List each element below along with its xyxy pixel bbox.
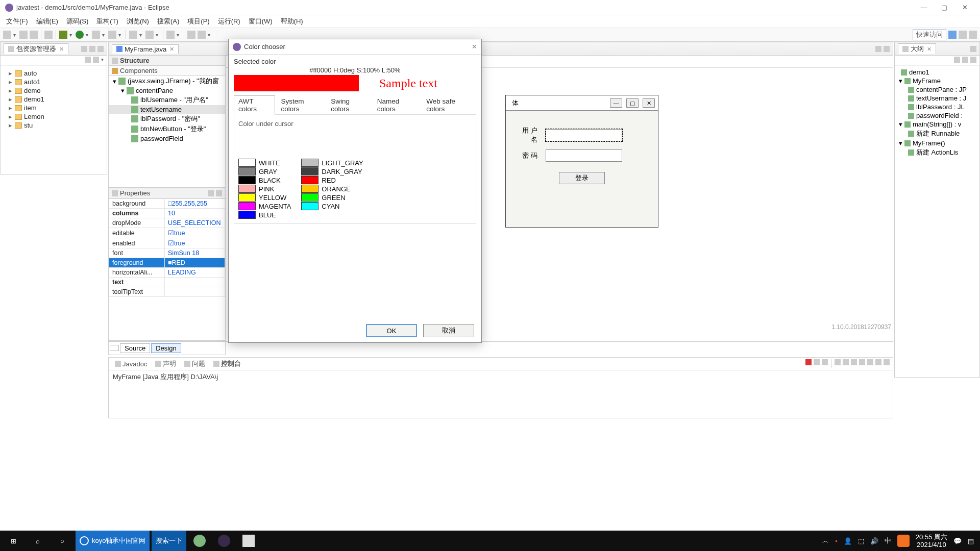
color-swatch-row[interactable]: GREEN — [301, 193, 363, 202]
outline-item[interactable]: ▾MyFrame — [896, 77, 978, 85]
cortana-icon[interactable]: ○ — [51, 531, 74, 551]
package-explorer-tab[interactable]: 包资源管理器✕ — [4, 43, 68, 54]
package-item[interactable]: ▸demo1 — [3, 95, 105, 104]
property-row[interactable]: editable☑true — [109, 228, 225, 238]
menu-item[interactable]: 重构(T) — [93, 17, 121, 26]
link-editor-icon[interactable] — [93, 57, 99, 63]
new-class-icon[interactable] — [145, 31, 154, 39]
component-row[interactable]: ▾(javax.swing.JFrame) - "我的窗 — [109, 76, 225, 86]
menu-icon[interactable] — [970, 46, 976, 52]
property-row[interactable]: toolTipText — [109, 287, 225, 297]
search-icon[interactable]: ⌕ — [27, 531, 49, 551]
package-item[interactable]: ▸Lemon — [3, 112, 105, 121]
color-swatch-row[interactable]: PINK — [238, 185, 291, 193]
remove-icon[interactable] — [814, 359, 820, 365]
color-swatch-row[interactable]: RED — [301, 176, 363, 184]
close-button[interactable]: ✕ — [643, 98, 655, 108]
java-perspective-icon[interactable] — [959, 31, 967, 39]
menu-item[interactable]: 文件(F) — [3, 17, 31, 26]
package-item[interactable]: ▸item — [3, 104, 105, 112]
property-row[interactable]: text — [109, 278, 225, 287]
scroll-lock-icon[interactable] — [843, 359, 849, 365]
chevron-icon[interactable]: ▸ — [8, 121, 13, 129]
chevron-icon[interactable]: ▸ — [8, 95, 13, 103]
taskbar-eclipse[interactable] — [213, 531, 235, 551]
maximize-icon[interactable] — [884, 359, 890, 365]
tray-notifications-icon[interactable]: 💬 — [953, 537, 962, 545]
property-row[interactable]: horizontalAli...LEADING — [109, 268, 225, 278]
menu-item[interactable]: 源码(S) — [63, 17, 91, 26]
component-row[interactable]: passwordField — [109, 134, 225, 143]
outline-item[interactable]: lblPassword : JL — [896, 103, 978, 111]
save-all-icon[interactable] — [30, 31, 38, 39]
chevron-icon[interactable]: ▾ — [899, 120, 902, 128]
property-row[interactable]: foreground■RED — [109, 258, 225, 268]
taskbar-ie[interactable]: koyo轴承中国官网 — [76, 531, 150, 551]
menu-item[interactable]: 运行(R) — [215, 17, 243, 26]
taskbar-app1[interactable] — [188, 531, 211, 551]
taskbar-java[interactable] — [237, 531, 260, 551]
design-tab[interactable]: Design — [151, 343, 181, 353]
filter-icon[interactable] — [208, 190, 214, 196]
open-console-icon[interactable] — [867, 359, 873, 365]
problems-tab[interactable]: 问题 — [181, 359, 208, 369]
color-tab[interactable]: Swing colors — [326, 95, 371, 115]
taskbar-clock[interactable]: 20:55 周六 2021/4/10 — [916, 533, 947, 548]
outline-item[interactable]: textUsername : J — [896, 94, 978, 103]
menu-item[interactable]: 窗口(W) — [246, 17, 276, 26]
back-icon[interactable] — [187, 31, 195, 39]
property-value[interactable]: LEADING — [164, 268, 225, 278]
run-icon[interactable] — [76, 31, 84, 39]
filter2-icon[interactable] — [970, 57, 976, 63]
ok-button[interactable]: OK — [366, 324, 417, 337]
minimize-button[interactable]: — — [610, 98, 622, 108]
menu-icon[interactable] — [97, 46, 104, 52]
tray-volume-icon[interactable]: 🔊 — [870, 537, 878, 545]
window-close[interactable]: ✕ — [954, 4, 975, 11]
chevron-icon[interactable]: ▾ — [899, 77, 902, 85]
color-tab[interactable]: AWT colors — [234, 95, 275, 115]
link-icon[interactable] — [89, 46, 95, 52]
tray-app-icon[interactable]: ▪ — [835, 537, 838, 545]
username-field[interactable] — [546, 129, 622, 141]
password-field[interactable] — [546, 149, 622, 162]
component-row[interactable]: textUsername — [109, 105, 225, 114]
outline-item[interactable]: 新建 Runnable — [896, 129, 978, 139]
window-minimize[interactable]: — — [914, 4, 934, 11]
javadoc-tab[interactable]: Javadoc — [112, 360, 150, 368]
cancel-button[interactable]: 取消 — [423, 324, 474, 337]
outline-item[interactable]: passwordField : — [896, 111, 978, 120]
property-value[interactable]: 10 — [164, 209, 225, 218]
filter-icon[interactable] — [962, 57, 968, 63]
outline-item[interactable]: ▾MyFrame() — [896, 139, 978, 147]
menu-item[interactable]: 搜索(A) — [154, 17, 182, 26]
dropdown-icon[interactable]: ▾ — [156, 32, 160, 38]
dropdown-icon[interactable]: ▾ — [102, 32, 106, 38]
close-icon[interactable]: ✕ — [169, 46, 174, 53]
menu-item[interactable]: 帮助(H) — [278, 17, 306, 26]
login-button[interactable]: 登录 — [559, 172, 605, 184]
component-row[interactable]: lblUsername - "用户名" — [109, 95, 225, 105]
package-item[interactable]: ▸auto — [3, 69, 105, 78]
color-swatch-row[interactable]: CYAN — [301, 202, 363, 210]
dropdown-icon[interactable]: ▾ — [177, 32, 181, 38]
property-value[interactable]: SimSun 18 — [164, 248, 225, 258]
color-swatch-row[interactable]: BLACK — [238, 176, 291, 184]
color-swatch-row[interactable]: MAGENTA — [238, 202, 291, 210]
taskbar-search[interactable]: 搜索一下 — [152, 531, 186, 551]
outline-item[interactable]: contentPane : JP — [896, 85, 978, 94]
outline-tab[interactable]: 大纲✕ — [898, 43, 936, 54]
debug-perspective-icon[interactable] — [969, 31, 977, 39]
tray-chevron-icon[interactable]: ︿ — [822, 536, 829, 545]
package-item[interactable]: ▸demo — [3, 86, 105, 95]
chevron-icon[interactable]: ▸ — [8, 87, 13, 94]
color-swatch-row[interactable]: DARK_GRAY — [301, 167, 363, 176]
color-tab[interactable]: System colors — [276, 95, 325, 115]
minimize-icon[interactable] — [875, 359, 881, 365]
editor-tab[interactable]: MyFrame.java✕ — [112, 44, 179, 54]
package-item[interactable]: ▸auto1 — [3, 78, 105, 86]
tray-sogou-icon[interactable] — [897, 535, 910, 547]
outline-item[interactable]: ▾main(String[]) : v — [896, 120, 978, 129]
sort-icon[interactable] — [954, 57, 960, 63]
menu-item[interactable]: 浏览(N) — [124, 17, 152, 26]
